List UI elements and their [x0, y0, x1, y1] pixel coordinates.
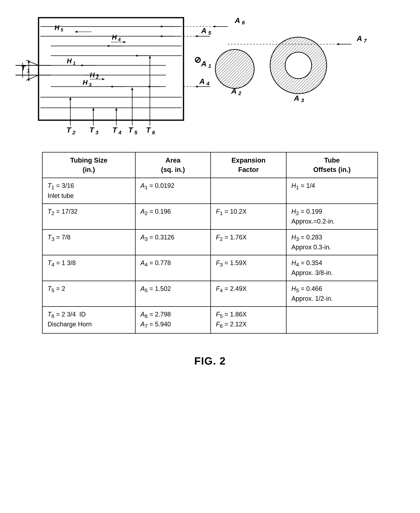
data-table: Tubing Size(in.) Area(sq. in.) Expansion… — [42, 152, 378, 334]
cell-offset-1: H1 = 1/4 — [286, 178, 378, 204]
table-row: T4 = 1 3/8 A4 = 0.778 F3 = 1.59X H4 = 0.… — [42, 255, 378, 281]
svg-point-67 — [285, 52, 312, 79]
svg-text:A: A — [199, 77, 205, 86]
figure-label: FIG. 2 — [194, 355, 226, 367]
svg-text:5: 5 — [208, 30, 211, 36]
svg-text:7: 7 — [364, 38, 367, 44]
table-row: T5 = 2 A5 = 1.502 F4 = 2.49X H5 = 0.466A… — [42, 281, 378, 307]
svg-text:2: 2 — [96, 74, 99, 80]
svg-text:3: 3 — [301, 97, 304, 103]
cell-offset-5: H5 = 0.466Approx. 1/2-in. — [286, 281, 378, 307]
svg-text:⊘: ⊘ — [194, 55, 201, 65]
svg-line-13 — [26, 75, 38, 80]
svg-text:2: 2 — [72, 130, 75, 135]
cell-size-4: T4 = 1 3/8 — [42, 255, 135, 281]
table-row: T3 = 7/8 A3 = 0.3126 F2 = 1.76X H3 = 0.2… — [42, 229, 378, 255]
svg-text:A: A — [201, 59, 206, 68]
svg-text:3: 3 — [96, 130, 98, 135]
col-header-offset: TubeOffsets (in.) — [286, 152, 378, 178]
svg-text:T: T — [67, 126, 72, 134]
svg-marker-59 — [195, 35, 198, 37]
table-row: T2 = 17/32 A2 = 0.196 F1 = 10.2X H2 = 0.… — [42, 204, 378, 229]
diagram-wrapper: ⊘ A 6 — [15, 11, 405, 138]
cell-area-3: A3 = 0.3126 — [135, 229, 211, 255]
svg-text:A: A — [235, 16, 240, 25]
cell-size-3: T3 = 7/8 — [42, 229, 135, 255]
cell-offset-2: H2 = 0.199Approx.=0.2-in. — [286, 204, 378, 229]
svg-text:1: 1 — [73, 60, 75, 66]
svg-text:1: 1 — [208, 63, 211, 69]
svg-text:H: H — [90, 71, 95, 79]
col-header-area: Area(sq. in.) — [135, 152, 211, 178]
svg-marker-55 — [336, 43, 339, 45]
cell-expansion-6: F5 = 1.86X F6 = 2.12X — [211, 307, 286, 333]
svg-text:3: 3 — [89, 82, 91, 87]
svg-marker-16 — [28, 60, 30, 63]
cell-area-2: A2 = 0.196 — [135, 204, 211, 229]
svg-text:T: T — [90, 126, 95, 134]
svg-text:4: 4 — [118, 130, 121, 135]
cell-size-2: T2 = 17/32 — [42, 204, 135, 229]
svg-text:2: 2 — [238, 90, 241, 96]
svg-text:6: 6 — [242, 20, 245, 25]
svg-text:5: 5 — [61, 27, 63, 32]
cell-size-1: T1 = 3/16Inlet tube — [42, 178, 135, 204]
table-section: Tubing Size(in.) Area(sq. in.) Expansion… — [42, 152, 378, 334]
cell-expansion-5: F4 = 2.49X — [211, 281, 286, 307]
cell-area-6: A6 = 2.798 A7 = 5.940 — [135, 307, 211, 333]
svg-text:1: 1 — [27, 68, 30, 74]
cell-offset-4: H4 = 0.354Approx. 3/8-in. — [286, 255, 378, 281]
svg-text:4: 4 — [206, 81, 210, 86]
table-row: T1 = 3/16Inlet tube A1 = 0.0192 H1 = 1/4 — [42, 178, 378, 204]
cell-expansion-4: F3 = 1.59X — [211, 255, 286, 281]
cell-offset-3: H3 = 0.283Approx 0.3-in. — [286, 229, 378, 255]
svg-text:6: 6 — [152, 130, 155, 135]
svg-text:H: H — [83, 79, 88, 86]
cell-area-4: A4 = 0.778 — [135, 255, 211, 281]
cell-area-5: A5 = 1.502 — [135, 281, 211, 307]
svg-marker-17 — [28, 79, 30, 82]
cell-expansion-2: F1 = 10.2X — [211, 204, 286, 229]
cell-expansion-3: F2 = 1.76X — [211, 229, 286, 255]
svg-text:A: A — [357, 34, 362, 43]
svg-rect-0 — [38, 18, 183, 120]
cell-area-1: A1 = 0.0192 — [135, 178, 211, 204]
svg-marker-57 — [213, 25, 215, 28]
svg-text:T: T — [128, 126, 134, 134]
svg-point-65 — [215, 50, 254, 88]
svg-text:A: A — [201, 27, 206, 35]
svg-text:5: 5 — [134, 130, 137, 135]
diagram-section: ⊘ A 6 — [14, 11, 406, 138]
svg-marker-61 — [195, 86, 198, 88]
cell-size-5: T5 = 2 — [42, 281, 135, 307]
diagram-svg: ⊘ A 6 — [15, 11, 405, 138]
table-row: T6 = 2 3/4 IDDischarge Horn A6 = 2.798 A… — [42, 307, 378, 333]
svg-text:H: H — [112, 34, 117, 41]
cell-size-6: T6 = 2 3/4 IDDischarge Horn — [42, 307, 135, 333]
svg-text:T: T — [146, 126, 151, 134]
col-header-expansion: ExpansionFactor — [211, 152, 286, 178]
col-header-size: Tubing Size(in.) — [42, 152, 135, 178]
svg-text:A: A — [231, 87, 237, 95]
svg-text:T: T — [21, 64, 26, 72]
cell-expansion-1 — [211, 178, 286, 204]
svg-text:4: 4 — [118, 37, 121, 42]
svg-text:H: H — [67, 57, 72, 65]
cell-offset-6 — [286, 307, 378, 333]
svg-text:A: A — [294, 94, 299, 102]
svg-text:H: H — [54, 24, 60, 31]
svg-text:T: T — [112, 126, 118, 134]
